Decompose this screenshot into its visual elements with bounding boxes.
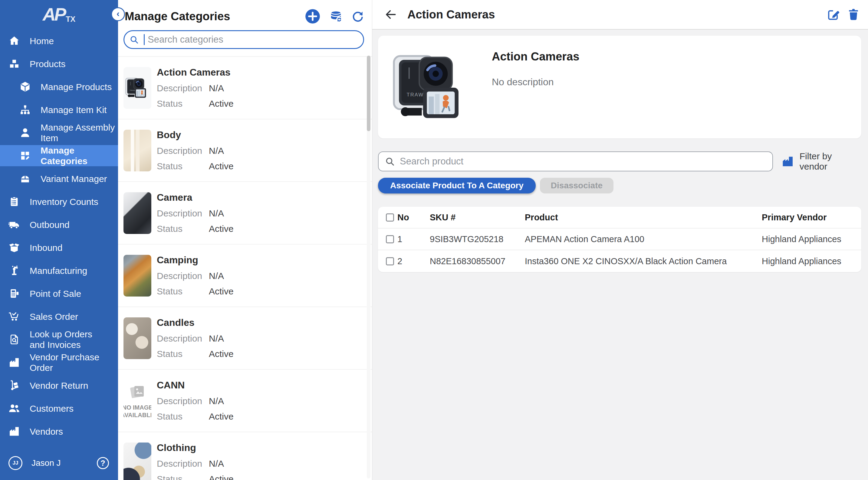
category-item-action-cameras[interactable]: Action Cameras Description N/A Status Ac… xyxy=(118,57,372,119)
disassociate-button[interactable]: Disassociate xyxy=(540,178,614,194)
refresh-button[interactable] xyxy=(351,10,364,23)
description-label: Description xyxy=(157,83,209,93)
detail-header: Action Cameras xyxy=(372,0,868,30)
category-thumbnail xyxy=(123,255,151,297)
open-box-icon xyxy=(8,242,20,253)
user-name: Jason J xyxy=(31,458,88,468)
scrollbar-thumb[interactable] xyxy=(367,56,370,131)
sidebar-item-variant-manager[interactable]: Variant Manager xyxy=(0,168,118,189)
hand-truck-icon xyxy=(8,380,20,391)
cell-no: 2 xyxy=(397,256,430,266)
sidebar-item-vendor-purchase-order[interactable]: Vendor Purchase Order xyxy=(0,352,118,373)
sidebar-collapse-button[interactable]: ‹ xyxy=(111,7,125,21)
sync-categories-button[interactable] xyxy=(329,9,343,23)
refresh-icon xyxy=(351,10,364,23)
add-category-button[interactable] xyxy=(305,8,320,24)
category-info: Action Cameras Description N/A Status Ac… xyxy=(157,67,234,109)
filter-label: Filter by vendor xyxy=(800,151,861,172)
category-item-clothing[interactable]: Clothing Description N/A Status Active xyxy=(118,432,372,480)
sidebar-item-label: Inventory Counts xyxy=(30,197,98,207)
category-description: No description xyxy=(492,76,579,88)
description-value: N/A xyxy=(209,458,224,469)
sidebar-item-manage-categories[interactable]: Manage Categories xyxy=(0,145,118,166)
list-scrollbar[interactable] xyxy=(367,56,370,479)
sidebar-item-home[interactable]: Home xyxy=(0,30,118,52)
category-item-body[interactable]: Body Description N/A Status Active xyxy=(118,119,372,182)
category-summary-text: Action Cameras No description xyxy=(492,45,579,129)
user-row[interactable]: JJ Jason J ? xyxy=(0,448,118,480)
grid-edit-icon xyxy=(19,150,31,162)
sidebar-item-customers[interactable]: Customers xyxy=(0,398,118,419)
page-title: Manage Categories xyxy=(125,10,296,23)
category-item-cann[interactable]: NO IMAGE AVAILABLE CANN Description N/A … xyxy=(118,370,372,432)
cart-check-icon xyxy=(8,311,20,322)
category-name: Clothing xyxy=(157,442,234,453)
sidebar-item-manage-item-kit[interactable]: Manage Item Kit xyxy=(0,99,118,120)
product-search-row: Filter by vendor xyxy=(378,151,861,172)
sidebar-item-manage-assembly-item[interactable]: Manage Assembly Item xyxy=(0,122,118,143)
sidebar-item-sales-order[interactable]: Sales Order xyxy=(0,306,118,327)
sidebar-item-products[interactable]: Products xyxy=(0,53,118,74)
status-label: Status xyxy=(157,161,209,171)
detail-title: Action Cameras xyxy=(407,8,827,21)
cell-product: Insta360 ONE X2 CINOSXX/A Black Action C… xyxy=(525,256,762,266)
row-checkbox[interactable] xyxy=(386,257,394,265)
chevron-left-icon: ‹ xyxy=(117,9,120,18)
filter-by-vendor[interactable]: Filter by vendor xyxy=(781,151,861,172)
clipboard-icon xyxy=(8,196,20,207)
category-name: Action Cameras xyxy=(157,67,234,78)
sidebar-item-point-of-sale[interactable]: Point of Sale xyxy=(0,283,118,304)
table-row[interactable]: 1 9SIB3WTG205218 APEMAN Action Camera A1… xyxy=(378,229,861,250)
sidebar-item-label: Manage Products xyxy=(40,81,112,92)
select-all-checkbox[interactable] xyxy=(386,213,394,221)
category-item-candles[interactable]: Candles Description N/A Status Active xyxy=(118,307,372,370)
sidebar-item-outbound[interactable]: Outbound xyxy=(0,214,118,235)
description-label: Description xyxy=(157,333,209,344)
status-value: Active xyxy=(209,349,234,359)
app-logo: APTX xyxy=(0,0,118,28)
sidebar-item-inventory-counts[interactable]: Inventory Counts xyxy=(0,191,118,212)
description-row: Description N/A xyxy=(157,146,234,156)
back-button[interactable] xyxy=(384,8,397,21)
category-list: Action Cameras Description N/A Status Ac… xyxy=(118,56,372,480)
table-row[interactable]: 2 N82E16830855007 Insta360 ONE X2 CINOSX… xyxy=(378,250,861,272)
product-search xyxy=(378,151,773,171)
column-header-sku: SKU # xyxy=(430,212,525,222)
category-thumbnail: NO IMAGE AVAILABLE xyxy=(123,380,151,422)
categories-header: Manage Categories xyxy=(118,0,372,24)
trash-icon xyxy=(847,8,860,21)
sidebar-item-manage-products[interactable]: Manage Products xyxy=(0,76,118,97)
help-icon[interactable]: ? xyxy=(97,457,109,469)
delete-category-button[interactable] xyxy=(847,8,860,21)
category-search-input[interactable] xyxy=(148,34,359,45)
sidebar-item-label: Vendor Return xyxy=(30,380,88,391)
drawer-icon xyxy=(19,173,31,184)
sitemap-icon xyxy=(19,104,31,115)
category-info: Camera Description N/A Status Active xyxy=(157,192,234,234)
doc-search-icon xyxy=(8,334,20,345)
sidebar-item-label: Sales Order xyxy=(30,311,78,322)
home-icon xyxy=(8,35,20,46)
sidebar-item-vendors[interactable]: Vendors xyxy=(0,421,118,442)
product-search-input[interactable] xyxy=(400,156,766,167)
category-item-camping[interactable]: Camping Description N/A Status Active xyxy=(118,244,372,307)
status-label: Status xyxy=(157,349,209,359)
sidebar-item-look-up-orders-and-invoices[interactable]: Look up Orders and Invoices xyxy=(0,329,118,350)
description-label: Description xyxy=(157,146,209,156)
truck-icon xyxy=(8,219,20,230)
column-header-product: Product xyxy=(525,212,762,222)
pos-icon xyxy=(8,288,20,299)
sidebar-item-label: Outbound xyxy=(30,219,70,230)
cell-vendor: Highland Appliances xyxy=(762,256,861,266)
cell-sku: N82E16830855007 xyxy=(430,256,525,266)
category-item-camera[interactable]: Camera Description N/A Status Active xyxy=(118,182,372,244)
sidebar-item-vendor-return[interactable]: Vendor Return xyxy=(0,375,118,396)
category-info: Clothing Description N/A Status Active xyxy=(157,442,234,480)
sidebar-item-inbound[interactable]: Inbound xyxy=(0,237,118,258)
associate-product-button[interactable]: Associate Product To A Category xyxy=(378,178,536,194)
description-label: Description xyxy=(157,208,209,218)
sidebar-item-manufacturing[interactable]: Manufacturing xyxy=(0,260,118,281)
description-label: Description xyxy=(157,458,209,469)
edit-category-button[interactable] xyxy=(827,8,840,21)
row-checkbox[interactable] xyxy=(386,235,394,243)
